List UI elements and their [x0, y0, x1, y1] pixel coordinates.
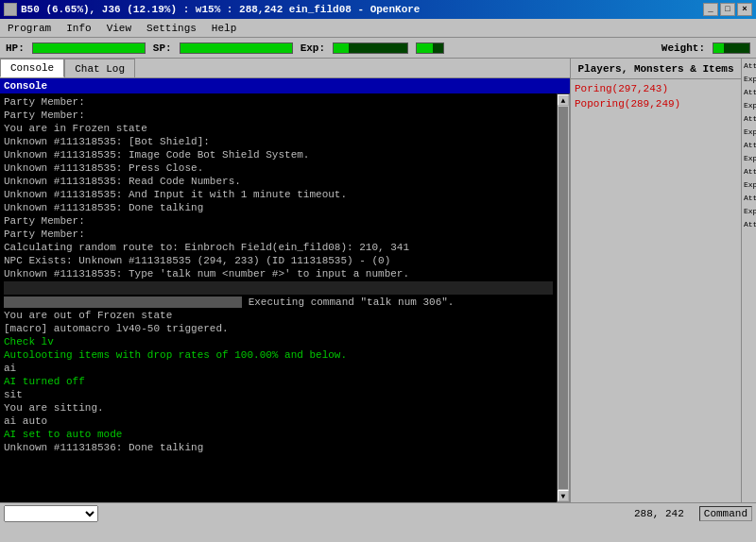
console-line: Unknown #111318535: Press Close.	[4, 161, 553, 175]
console-line: AI turned off	[4, 375, 553, 388]
weight-bar	[713, 42, 750, 54]
title-controls[interactable]: _ □ ×	[703, 3, 752, 16]
console-line: You are out of Frozen state	[4, 309, 553, 322]
weight-label: Weight:	[662, 42, 705, 54]
main-content: Console Chat Log Console Party Member: P…	[0, 59, 756, 502]
attr-bar-label: Exp	[744, 179, 754, 191]
console-header: Console	[0, 78, 570, 93]
attr-bar-label: Exp	[744, 153, 754, 164]
console-wrapper: Console Party Member: Party Member: You …	[0, 78, 570, 502]
console-line: Unknown #111318535: And Input it with 1 …	[4, 188, 553, 201]
right-panel-header: Players, Monsters & Items	[571, 59, 741, 79]
command-label: Command	[699, 506, 752, 521]
console-line: Executing command "talk num 306".	[4, 296, 553, 309]
console-line: Party Member:	[4, 109, 553, 122]
console-line: Autolooting items with drop rates of 100…	[4, 348, 553, 362]
console-line: ai auto	[4, 415, 553, 428]
exp-fill	[334, 43, 349, 53]
bottom-bar: 288, 242 Command	[0, 502, 756, 523]
console-line: Unknown #111318535: [Bot Shield]:	[4, 135, 553, 148]
attr-bar-label: Att	[744, 140, 754, 151]
maximize-button[interactable]: □	[720, 3, 735, 16]
console-line	[4, 281, 553, 295]
scroll-down-button[interactable]: ▼	[558, 490, 569, 501]
title-bar-left: B50 (6.65%), J36 (12.19%) : w15% : 288,2…	[4, 3, 420, 16]
console-line: Party Member:	[4, 214, 553, 228]
console-line: Party Member:	[4, 95, 553, 109]
sp-label: SP:	[153, 42, 172, 54]
app-icon	[4, 3, 17, 16]
exp-label: Exp:	[301, 42, 325, 54]
console-scroll-area: Party Member: Party Member: You are in F…	[0, 93, 570, 502]
close-button[interactable]: ×	[737, 3, 752, 16]
console-line: Check lv	[4, 335, 553, 348]
exp-bar	[333, 42, 408, 54]
attr-bar-label: Exp	[744, 206, 754, 217]
bottom-dropdown[interactable]	[4, 505, 98, 522]
title-text: B50 (6.65%), J36 (12.19%) : w15% : 288,2…	[21, 4, 420, 15]
menu-bar: Program Info View Settings Help	[0, 19, 756, 38]
console-line: You are in Frozen state	[4, 122, 553, 135]
tab-bar: Console Chat Log	[0, 59, 570, 78]
scroll-up-button[interactable]: ▲	[558, 94, 569, 106]
title-bar: B50 (6.65%), J36 (12.19%) : w15% : 288,2…	[0, 0, 756, 19]
menu-view[interactable]: View	[103, 21, 135, 36]
console-line: Unknown #111318535: Image Code Bot Shiel…	[4, 148, 553, 161]
attr-bar-label: Exp	[744, 127, 754, 138]
exp2-bar	[416, 42, 444, 54]
scroll-thumb[interactable]	[558, 107, 568, 489]
console-line: Unknown #111318536: Done talking	[4, 441, 553, 454]
attr-bar-label: Att	[744, 193, 754, 204]
left-panel: Console Chat Log Console Party Member: P…	[0, 59, 571, 502]
attr-bar-label: Att	[744, 113, 754, 125]
right-panel: Players, Monsters & Items Poring(297,243…	[571, 59, 741, 502]
menu-settings[interactable]: Settings	[143, 21, 200, 36]
right-panel-content: Poring(297,243)Poporing(289,249)	[571, 79, 741, 502]
hp-fill	[33, 43, 145, 53]
bottom-status: 288, 242	[395, 508, 684, 519]
attr-bar-label: Att	[744, 219, 754, 230]
attr-bar-label: Att	[744, 60, 754, 72]
tab-chatlog[interactable]: Chat Log	[64, 59, 135, 77]
menu-help[interactable]: Help	[208, 21, 240, 36]
console-line: Calculating random route to: Einbroch Fi…	[4, 241, 553, 254]
menu-info[interactable]: Info	[62, 21, 94, 36]
console-line: Party Member:	[4, 228, 553, 241]
console-output[interactable]: Party Member: Party Member: You are in F…	[0, 93, 557, 502]
weight-fill	[713, 43, 724, 53]
minimize-button[interactable]: _	[703, 3, 718, 16]
exp2-fill	[417, 43, 433, 53]
attr-bar-label: Att	[744, 87, 754, 98]
attr-bar-label: Att	[744, 166, 754, 178]
attr-bar-label: Exp	[744, 100, 754, 111]
console-line: Unknown #111318535: Read Code Numbers.	[4, 175, 553, 188]
console-scrollbar[interactable]: ▲ ▼	[557, 93, 570, 502]
entity-item[interactable]: Poporing(289,249)	[575, 96, 737, 111]
console-line: AI set to auto mode	[4, 428, 553, 441]
tab-console[interactable]: Console	[0, 59, 64, 77]
side-attr-panel: AttExpAttExpAttExpAttExpAttExpAttExpAtt	[741, 59, 756, 502]
stats-bar: HP: SP: Exp: Weight:	[0, 38, 756, 59]
console-line: NPC Exists: Unknown #111318535 (294, 233…	[4, 254, 553, 267]
sp-fill	[180, 43, 292, 53]
console-line: [macro] automacro lv40-50 triggered.	[4, 322, 553, 335]
console-line: You are sitting.	[4, 401, 553, 415]
console-line: Unknown #111318535: Done talking	[4, 201, 553, 214]
console-line: sit	[4, 388, 553, 401]
hp-bar	[32, 42, 146, 54]
sp-bar	[180, 42, 293, 54]
hp-label: HP:	[6, 42, 25, 54]
menu-program[interactable]: Program	[4, 21, 55, 36]
entity-item[interactable]: Poring(297,243)	[575, 81, 737, 96]
console-line: Unknown #111318535: Type 'talk num <numb…	[4, 267, 553, 280]
attr-bar-label: Exp	[744, 74, 754, 85]
console-line: ai	[4, 362, 553, 375]
